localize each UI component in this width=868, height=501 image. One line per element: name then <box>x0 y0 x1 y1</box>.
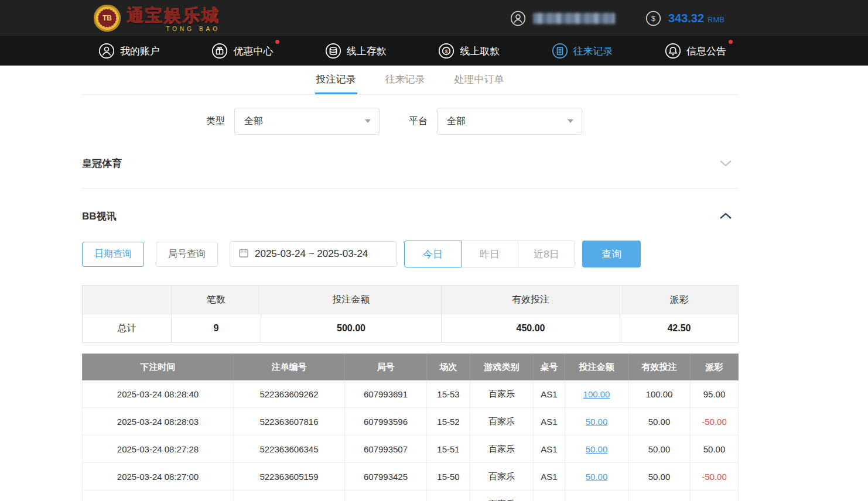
cell-table-no: AS1 <box>534 490 565 501</box>
nav-item-online-withdrawal[interactable]: $ 线上取款 <box>438 43 500 59</box>
summary-header-row: 笔数 投注金额 有效投注 派彩 <box>83 286 739 314</box>
tab-label: 投注记录 <box>316 73 356 86</box>
summary-header-valid-bet: 有效投注 <box>442 286 620 314</box>
cell-bet-amount-link[interactable]: 50.00 <box>565 435 628 463</box>
tab-label: 往来记录 <box>385 73 425 86</box>
coins-icon <box>325 43 341 59</box>
tab-label: 处理中订单 <box>454 73 504 86</box>
chevron-down-icon <box>365 119 371 123</box>
table-row: 2025-03-24 08:26:26 522363603821 6079933… <box>83 490 739 501</box>
table-row: 2025-03-24 08:27:00 522363605159 6079934… <box>83 463 739 490</box>
cell-valid-bet: 50.00 <box>628 490 691 501</box>
cell-game-type: 百家乐 <box>470 490 534 501</box>
cell-payout: -50.00 <box>691 463 739 490</box>
date-query-button[interactable]: 日期查询 <box>82 242 144 267</box>
site-logo[interactable]: TB 通宝娱乐城 TONG BAO <box>94 4 220 32</box>
yesterday-button[interactable]: 昨日 <box>461 241 518 267</box>
money-circle-icon: $ <box>438 43 454 59</box>
summary-total-payout: 42.50 <box>620 314 739 343</box>
cell-round-no: 607993507 <box>345 435 427 463</box>
account-area: $ 343.32 RMB <box>510 11 725 26</box>
last8days-button[interactable]: 近8日 <box>518 241 575 267</box>
calendar-icon <box>238 248 249 261</box>
query-controls: 日期查询 局号查询 2025-03-24 ~ 2025-03-24 今日 昨日 … <box>82 241 738 267</box>
user-icon[interactable] <box>510 11 526 26</box>
col-round-no: 局号 <box>345 354 427 380</box>
cell-payout: 95.00 <box>691 380 739 408</box>
summary-table: 笔数 投注金额 有效投注 派彩 总计 9 500.00 450.00 42.50 <box>82 285 739 343</box>
cell-payout: 50.00 <box>691 435 739 463</box>
col-game-type: 游戏类别 <box>470 354 534 380</box>
type-select[interactable]: 全部 <box>234 108 380 135</box>
section-title: 皇冠体育 <box>82 157 122 170</box>
logo-text: 通宝娱乐城 TONG BAO <box>127 4 220 32</box>
cell-table-no: AS1 <box>534 463 565 490</box>
section-crown-sports[interactable]: 皇冠体育 <box>82 157 738 170</box>
nav-item-my-account[interactable]: 我的账户 <box>98 43 160 59</box>
summary-header-payout: 派彩 <box>620 286 739 314</box>
cell-bet-amount-link[interactable]: 50.00 <box>565 490 628 501</box>
chevron-up-icon <box>719 211 732 222</box>
bell-icon <box>665 43 681 59</box>
search-button[interactable]: 查询 <box>582 241 641 267</box>
col-bet-amount: 投注金额 <box>565 354 628 380</box>
col-bet-time: 下注时间 <box>83 354 234 380</box>
notification-dot <box>729 40 733 44</box>
cell-session: 15-52 <box>427 408 470 435</box>
cell-round-no: 607993596 <box>345 408 427 435</box>
nav-label: 线上取款 <box>460 44 500 58</box>
type-select-value: 全部 <box>244 115 263 128</box>
section-title: BB视讯 <box>82 210 117 223</box>
nav-item-promotions[interactable]: 优惠中心 <box>211 43 273 59</box>
bet-table-body: 2025-03-24 08:28:40 522363609262 6079936… <box>83 380 739 501</box>
round-query-button[interactable]: 局号查询 <box>156 242 218 267</box>
cell-table-no: AS1 <box>534 380 565 408</box>
date-range-input[interactable]: 2025-03-24 ~ 2025-03-24 <box>230 241 397 267</box>
nav-item-online-deposit[interactable]: 线上存款 <box>325 43 387 59</box>
cell-session: 15-49 <box>427 490 470 501</box>
top-header: TB 通宝娱乐城 TONG BAO $ 343.32 RMB <box>0 0 868 36</box>
section-divider <box>82 188 738 188</box>
cell-bet-time: 2025-03-24 08:27:28 <box>83 435 234 463</box>
platform-select[interactable]: 全部 <box>437 108 582 135</box>
gift-icon <box>211 43 228 59</box>
table-row: 2025-03-24 08:27:28 522363606345 6079935… <box>83 435 739 463</box>
balance-currency: RMB <box>708 15 725 24</box>
col-session: 场次 <box>427 354 470 380</box>
tab-processing-orders[interactable]: 处理中订单 <box>453 66 505 94</box>
table-row: 2025-03-24 08:28:40 522363609262 6079936… <box>83 380 739 408</box>
tab-bet-records[interactable]: 投注记录 <box>315 66 357 94</box>
cell-round-no: 607993425 <box>345 463 427 490</box>
cell-payout: -50.00 <box>691 408 739 435</box>
summary-total-row: 总计 9 500.00 450.00 42.50 <box>83 314 739 343</box>
nav-label: 优惠中心 <box>233 44 273 58</box>
cell-valid-bet: 50.00 <box>628 435 691 463</box>
cell-game-type: 百家乐 <box>470 463 534 490</box>
quick-date-group: 今日 昨日 近8日 <box>404 241 575 267</box>
chevron-down-icon <box>568 119 573 123</box>
tab-transaction-records[interactable]: 往来记录 <box>384 66 426 94</box>
cell-bet-amount-link[interactable]: 100.00 <box>565 380 628 408</box>
nav-item-announcements[interactable]: 信息公告 <box>665 43 726 59</box>
balance-amount: 343.32 <box>668 12 704 25</box>
cell-game-type: 百家乐 <box>470 408 534 435</box>
col-valid-bet: 有效投注 <box>628 354 691 380</box>
cell-bet-time: 2025-03-24 08:27:00 <box>83 463 234 490</box>
svg-text:$: $ <box>445 49 448 54</box>
section-bb-video[interactable]: BB视讯 <box>82 210 738 223</box>
nav-label: 线上存款 <box>347 44 387 58</box>
filter-row: 类型 全部 平台 全部 <box>206 108 738 135</box>
nav-label: 往来记录 <box>573 44 613 58</box>
cell-round-no: 607993342 <box>345 490 427 501</box>
wallet-dollar-icon[interactable]: $ <box>645 11 661 26</box>
cell-bet-amount-link[interactable]: 50.00 <box>565 463 628 490</box>
nav-item-records[interactable]: 往来记录 <box>552 43 613 59</box>
notification-dot <box>275 40 279 44</box>
username-redacted <box>533 13 615 24</box>
nav-label: 我的账户 <box>120 44 160 58</box>
today-button[interactable]: 今日 <box>404 241 462 267</box>
tabs-bar: 投注记录 往来记录 处理中订单 <box>82 66 738 95</box>
cell-bet-amount-link[interactable]: 50.00 <box>565 408 628 435</box>
platform-label: 平台 <box>409 115 428 128</box>
cell-bet-id: 522363603821 <box>234 490 345 501</box>
